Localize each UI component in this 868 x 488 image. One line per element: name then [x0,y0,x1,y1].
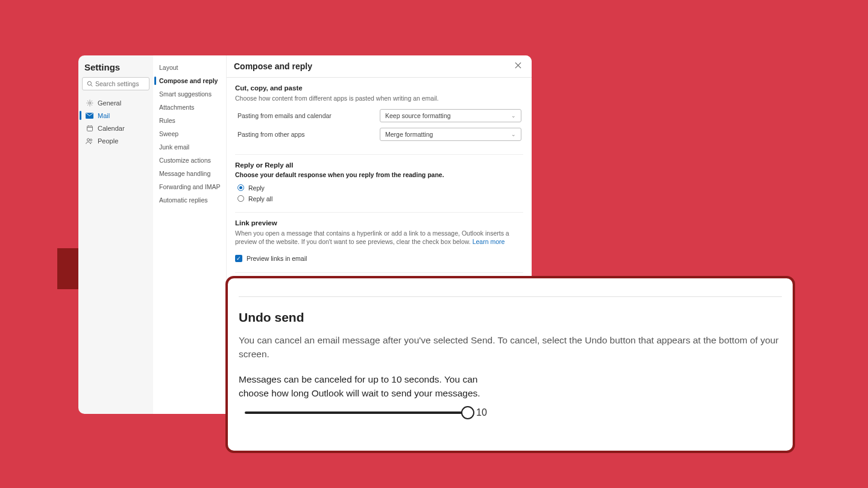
svg-point-9 [90,139,92,140]
dropdown-value: Merge formatting [385,131,433,138]
section-title: Cut, copy, and paste [235,84,523,92]
radio-label: Reply all [248,195,272,202]
svg-point-2 [89,102,91,104]
subnav-sweep[interactable]: Sweep [153,127,226,140]
dropdown-value: Keep source formatting [385,112,451,119]
paste-emails-dropdown[interactable]: Keep source formatting ⌄ [380,109,521,122]
sub-nav: Layout Compose and reply Smart suggestio… [153,55,227,414]
nav-label: People [98,137,118,145]
subnav-autoreply[interactable]: Automatic replies [153,193,226,207]
nav-general[interactable]: General [78,96,153,109]
zoom-title: Undo send [239,310,782,325]
subnav-handling[interactable]: Message handling [153,167,226,180]
svg-line-1 [90,85,92,87]
nav-label: General [98,99,121,107]
gear-icon [86,99,93,107]
search-icon [86,80,93,88]
nav-people[interactable]: People [78,134,153,147]
undo-send-slider[interactable] [245,406,468,419]
paste-emails-label: Pasting from emails and calendar [235,112,380,119]
checkbox-label: Preview links in email [247,255,307,262]
radio-icon [237,184,244,191]
radio-icon [237,195,244,202]
close-button[interactable] [512,60,524,72]
radio-reply[interactable]: Reply [235,183,523,193]
slider-value: 10 [476,407,487,418]
search-field[interactable] [95,80,145,87]
nav-label: Mail [98,112,110,119]
radio-reply-all[interactable]: Reply all [235,193,523,204]
subnav-junk[interactable]: Junk email [153,140,226,154]
zoom-callout: Undo send You can cancel an email messag… [225,276,795,453]
slider-thumb[interactable] [461,406,474,419]
subnav-rules[interactable]: Rules [153,114,226,127]
paste-apps-label: Pasting from other apps [235,131,380,138]
zoom-note: Messages can be canceled for up to 10 se… [239,372,498,401]
subnav-layout[interactable]: Layout [153,61,226,74]
section-desc: Choose how content from different apps i… [235,94,523,103]
subnav-attachments[interactable]: Attachments [153,101,226,114]
svg-point-8 [87,138,89,140]
section-cut-copy-paste: Cut, copy, and paste Choose how content … [227,78,532,151]
subnav-forwarding[interactable]: Forwarding and IMAP [153,180,226,193]
section-desc: Choose your default response when you re… [235,171,523,178]
section-reply: Reply or Reply all Choose your default r… [227,155,532,208]
checkbox-icon: ✓ [235,255,242,262]
subnav-customize[interactable]: Customize actions [153,154,226,167]
zoom-desc: You can cancel an email message after yo… [239,333,782,361]
nav-mail[interactable]: Mail [78,109,153,122]
left-nav: Settings General Mail Cale [78,55,153,414]
calendar-icon [86,124,93,132]
svg-rect-4 [87,126,92,131]
chevron-down-icon: ⌄ [511,131,516,137]
radio-label: Reply [248,184,265,192]
section-link-preview: Link preview When you open a message tha… [227,213,532,269]
close-icon [514,61,522,71]
svg-point-0 [87,81,91,85]
section-title: Link preview [235,219,523,227]
chevron-down-icon: ⌄ [511,113,516,119]
subnav-compose[interactable]: Compose and reply [153,74,226,87]
subnav-smart[interactable]: Smart suggestions [153,87,226,101]
content-title: Compose and reply [234,61,312,71]
nav-label: Calendar [98,125,125,132]
section-desc: When you open a message that contains a … [235,229,523,246]
learn-more-link[interactable]: Learn more [473,238,505,245]
nav-calendar[interactable]: Calendar [78,122,153,134]
paste-apps-dropdown[interactable]: Merge formatting ⌄ [380,128,521,141]
people-icon [86,137,93,145]
mail-icon [86,111,93,119]
search-input[interactable] [82,77,149,90]
section-title: Reply or Reply all [235,161,523,169]
window-title: Settings [78,60,153,77]
checkbox-preview-links[interactable]: ✓ Preview links in email [235,252,523,264]
